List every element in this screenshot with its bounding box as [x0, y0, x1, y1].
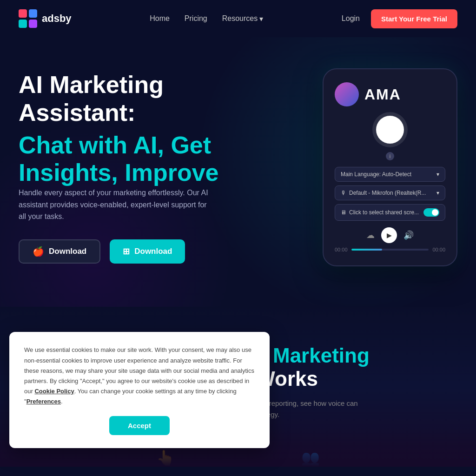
play-button[interactable]: ▶: [381, 227, 397, 243]
chevron-down-icon: ▾: [259, 14, 263, 23]
screen-icon: 🖥: [341, 209, 346, 216]
cookie-banner: We use essential cookies to make our sit…: [9, 332, 270, 448]
apple-icon: 🍎: [33, 246, 44, 257]
mic-small-icon: 🎙: [341, 190, 346, 196]
mic-button[interactable]: 🎙: [376, 116, 404, 144]
nav-right: Login Start Your Free Trial: [342, 9, 457, 28]
svg-rect-0: [19, 9, 27, 18]
hero-description: Handle every aspect of your marketing ef…: [19, 187, 214, 223]
screen-share-toggle[interactable]: [423, 208, 439, 217]
ama-avatar: [335, 82, 359, 106]
nav-home[interactable]: Home: [150, 14, 170, 22]
progress-fill: [351, 249, 383, 251]
svg-rect-1: [29, 9, 37, 18]
download-apple-button[interactable]: 🍎 Download: [19, 239, 100, 264]
mockup-header: AMA: [335, 82, 445, 106]
nav-pricing[interactable]: Pricing: [185, 14, 207, 22]
adsby-logo-icon: [19, 9, 37, 28]
app-mockup-card: AMA 🎙 i Main Language: Auto-Detect ▾ 🎙 D…: [323, 68, 457, 266]
screen-selector[interactable]: 🖥 Click to select shared scre...: [335, 204, 445, 221]
time-end: 00:00: [432, 247, 445, 252]
language-selector[interactable]: Main Language: Auto-Detect ▾: [335, 167, 445, 182]
info-badge: i: [386, 152, 394, 160]
svg-rect-2: [19, 20, 27, 28]
svg-rect-3: [29, 20, 37, 28]
waveform: 00:00 00:00: [335, 247, 445, 252]
progress-bar[interactable]: [351, 249, 429, 251]
upload-icon[interactable]: ☁: [366, 230, 375, 240]
hero-section: AI Marketing Assistant: Chat with AI, Ge…: [0, 37, 476, 307]
ama-title: AMA: [364, 86, 401, 103]
hero-mockup: AMA 🎙 i Main Language: Auto-Detect ▾ 🎙 D…: [323, 68, 457, 266]
logo[interactable]: adsby: [19, 9, 72, 28]
mockup-mic-area: 🎙: [335, 116, 445, 144]
audio-player: ☁ ▶ 🔊: [335, 227, 445, 243]
windows-icon: ⊞: [123, 246, 130, 257]
microphone-icon: 🎙: [384, 123, 396, 137]
preferences-link[interactable]: Preferences: [26, 398, 61, 405]
navbar: adsby Home Pricing Resources ▾ Login Sta…: [0, 0, 476, 37]
hero-content: AI Marketing Assistant: Chat with AI, Ge…: [19, 71, 260, 264]
download-buttons: 🍎 Download ⊞ Download: [19, 239, 260, 264]
chevron-down-icon: ▾: [436, 171, 439, 178]
login-button[interactable]: Login: [342, 14, 360, 23]
cookie-text: We use essential cookies to make our sit…: [24, 345, 255, 407]
volume-icon[interactable]: 🔊: [403, 230, 414, 240]
nav-links: Home Pricing Resources ▾: [150, 14, 263, 23]
start-trial-button[interactable]: Start Your Free Trial: [371, 9, 457, 28]
chevron-down-icon: ▾: [436, 190, 439, 196]
hero-title: AI Marketing Assistant:: [19, 71, 260, 127]
logo-text: adsby: [42, 13, 72, 25]
download-windows-button[interactable]: ⊞ Download: [110, 239, 185, 264]
cookie-policy-link[interactable]: Cookie Policy: [34, 388, 74, 395]
mic-selector[interactable]: 🎙 Default - Mikrofon (Realtek(R... ▾: [335, 185, 445, 200]
time-start: 00:00: [335, 247, 348, 252]
hero-title-accent: Chat with AI, Get Insights, Improve: [19, 132, 260, 187]
nav-resources[interactable]: Resources ▾: [222, 14, 263, 23]
accept-cookies-button[interactable]: Accept: [109, 416, 170, 435]
